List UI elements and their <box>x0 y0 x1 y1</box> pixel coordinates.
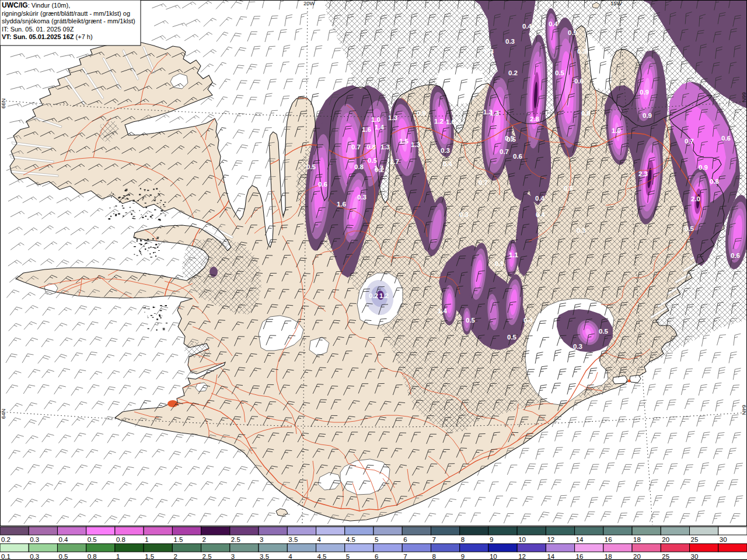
svg-text:1.6: 1.6 <box>446 118 455 125</box>
svg-text:IT: Sun. 05. 01. 2025 09Z: IT: Sun. 05. 01. 2025 09Z <box>2 26 74 33</box>
svg-text:66N: 66N <box>741 92 747 103</box>
svg-text:0.9: 0.9 <box>495 260 504 267</box>
svg-text:5: 5 <box>346 553 350 560</box>
svg-text:0.6: 0.6 <box>731 252 740 259</box>
svg-text:0.3: 0.3 <box>441 147 450 154</box>
svg-text:7: 7 <box>403 553 407 560</box>
svg-text:0.5: 0.5 <box>59 553 68 560</box>
svg-text:0.3: 0.3 <box>577 227 586 234</box>
svg-text:0.3: 0.3 <box>573 343 582 350</box>
svg-text:0.2: 0.2 <box>375 166 384 173</box>
svg-text:1.5: 1.5 <box>145 553 154 560</box>
svg-text:0.8: 0.8 <box>116 536 125 543</box>
svg-text:1.4: 1.4 <box>375 124 385 131</box>
svg-text:64N: 64N <box>741 405 747 415</box>
svg-text:1: 1 <box>116 553 120 560</box>
svg-text:9: 9 <box>490 536 493 543</box>
svg-text:14: 14 <box>547 553 554 560</box>
svg-text:0.8: 0.8 <box>710 178 720 185</box>
svg-text:5: 5 <box>375 536 378 543</box>
svg-text:0.5: 0.5 <box>368 157 378 164</box>
svg-text:1.2: 1.2 <box>379 292 389 299</box>
svg-text:66N: 66N <box>0 98 6 108</box>
svg-text:0.5: 0.5 <box>507 334 517 341</box>
svg-text:16: 16 <box>576 553 584 560</box>
svg-text:0.4: 0.4 <box>523 317 533 324</box>
svg-text:30: 30 <box>720 536 727 543</box>
svg-text:4: 4 <box>288 553 292 560</box>
svg-text:0.5: 0.5 <box>466 317 476 324</box>
svg-text:2: 2 <box>203 536 206 543</box>
svg-text:0.2: 0.2 <box>508 69 518 76</box>
svg-text:0.3: 0.3 <box>577 48 587 55</box>
svg-text:8: 8 <box>432 553 436 560</box>
svg-text:8: 8 <box>461 536 465 543</box>
svg-text:0.2: 0.2 <box>1 536 11 543</box>
svg-text:7: 7 <box>432 536 436 543</box>
svg-text:3: 3 <box>260 536 263 543</box>
svg-text:0.8: 0.8 <box>88 553 97 560</box>
svg-text:1.6: 1.6 <box>362 126 371 133</box>
svg-text:1.4: 1.4 <box>438 307 448 314</box>
svg-text:rigning/skúrir (grænt/blátt/ra: rigning/skúrir (grænt/blátt/rautt - mm/1… <box>2 10 130 17</box>
svg-text:30: 30 <box>691 553 699 560</box>
svg-text:2: 2 <box>173 553 177 560</box>
svg-text:1.5: 1.5 <box>399 138 409 145</box>
svg-text:0.8: 0.8 <box>354 163 364 170</box>
svg-text:1.0: 1.0 <box>371 116 381 123</box>
svg-text:0.4: 0.4 <box>535 195 545 202</box>
svg-text:0.6: 0.6 <box>513 153 522 160</box>
svg-text:0.9: 0.9 <box>568 29 577 36</box>
svg-text:0.6: 0.6 <box>574 78 584 85</box>
svg-text:0.2: 0.2 <box>369 292 378 299</box>
svg-text:1.2: 1.2 <box>434 118 444 125</box>
svg-text:UWC/IG: Vindur (10m),: UWC/IG: Vindur (10m), <box>2 1 70 9</box>
svg-text:0.5: 0.5 <box>306 163 316 170</box>
svg-text:20W: 20W <box>303 0 315 6</box>
svg-text:0.5: 0.5 <box>88 536 97 543</box>
svg-text:0.7: 0.7 <box>479 179 488 186</box>
svg-text:1: 1 <box>145 536 148 543</box>
svg-text:2.0: 2.0 <box>691 195 700 202</box>
svg-text:1.7: 1.7 <box>390 158 399 165</box>
svg-text:0.9: 0.9 <box>699 164 708 171</box>
svg-text:0.4: 0.4 <box>536 211 546 218</box>
svg-text:0.5: 0.5 <box>685 225 694 232</box>
svg-text:4.5: 4.5 <box>317 553 327 560</box>
svg-text:0.1: 0.1 <box>1 553 11 560</box>
svg-text:0.3: 0.3 <box>505 38 515 45</box>
svg-text:0.3: 0.3 <box>30 553 39 560</box>
svg-text:25: 25 <box>691 536 699 543</box>
svg-text:3: 3 <box>231 553 235 560</box>
svg-text:0.4: 0.4 <box>522 23 532 30</box>
svg-text:0.3: 0.3 <box>30 536 39 543</box>
svg-text:0.8: 0.8 <box>581 110 591 117</box>
svg-text:14: 14 <box>576 536 584 543</box>
svg-text:0.3: 0.3 <box>459 211 469 218</box>
svg-text:0.6: 0.6 <box>721 135 731 142</box>
svg-text:2.8: 2.8 <box>530 116 540 123</box>
svg-text:20: 20 <box>633 553 641 560</box>
svg-text:18: 18 <box>633 536 641 543</box>
svg-text:0.9: 0.9 <box>640 89 649 96</box>
svg-text:0.5: 0.5 <box>555 69 565 76</box>
svg-text:3.5: 3.5 <box>260 553 269 560</box>
svg-text:1.0: 1.0 <box>612 127 621 134</box>
svg-text:3.5: 3.5 <box>288 536 298 543</box>
svg-text:0.3: 0.3 <box>357 194 366 201</box>
svg-text:12: 12 <box>547 536 554 543</box>
svg-text:VT: Sun. 05.01.2025 16Z (+7 h): VT: Sun. 05.01.2025 16Z (+7 h) <box>2 33 93 40</box>
svg-text:0.3: 0.3 <box>484 48 494 55</box>
svg-text:12: 12 <box>518 553 526 560</box>
svg-text:1.3: 1.3 <box>381 144 390 150</box>
svg-text:6: 6 <box>375 553 378 560</box>
svg-text:10: 10 <box>490 553 497 560</box>
svg-text:1.3: 1.3 <box>483 108 493 116</box>
svg-text:slydda/snjókoma (grátt/bleikt/: slydda/snjókoma (grátt/bleikt/grænt - mm… <box>2 18 135 24</box>
svg-text:0.5: 0.5 <box>599 328 609 335</box>
svg-text:0.4: 0.4 <box>59 536 69 543</box>
svg-text:16: 16 <box>605 536 612 543</box>
svg-text:0.9: 0.9 <box>643 112 652 119</box>
svg-text:2.3: 2.3 <box>638 170 648 177</box>
svg-text:1.6: 1.6 <box>337 201 346 208</box>
